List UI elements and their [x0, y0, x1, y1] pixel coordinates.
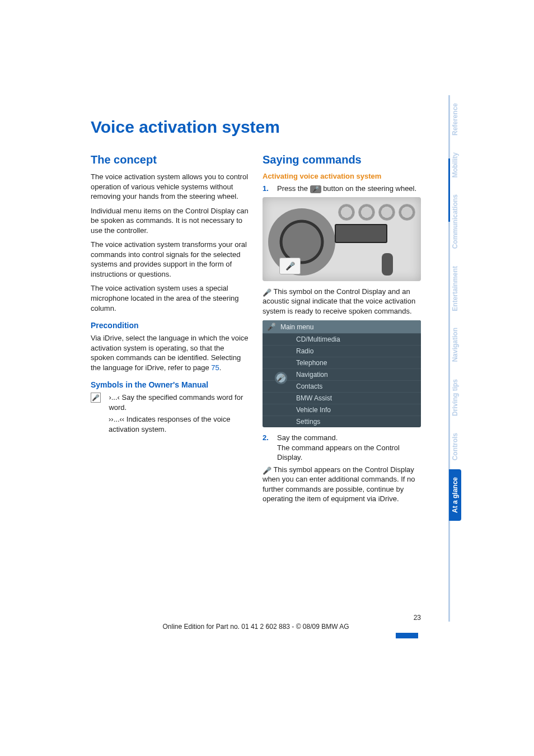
tab-at-a-glance[interactable]: At a glance [449, 469, 461, 521]
page-number: 23 [91, 614, 421, 622]
menu-item: Contacts [263, 380, 421, 392]
heading-saying-commands: Saying commands [263, 153, 421, 166]
section-tabs: Reference Mobility Communications Entert… [449, 95, 461, 521]
steering-wheel-icon [268, 208, 335, 276]
menu-item: Vehicle Info [263, 404, 421, 416]
heading-precondition: Precondition [91, 321, 249, 330]
precondition-text-a: Via iDrive, select the language in which… [91, 334, 249, 372]
menu-header: 🎤 Main menu [263, 320, 421, 333]
footer-line: Online Edition for Part no. 01 41 2 602 … [162, 623, 349, 631]
menu-item: BMW Assist [263, 392, 421, 404]
tab-mobility[interactable]: Mobility [449, 144, 461, 185]
step-1-num: 1. [263, 184, 273, 194]
page-title: Voice activation system [91, 118, 421, 137]
concept-p3: The voice activation system transforms y… [91, 240, 249, 279]
dashboard-figure: 🎤 [263, 197, 421, 281]
tab-communications[interactable]: Communications [449, 186, 461, 256]
precondition-text-b: . [219, 363, 222, 372]
center-screen-icon [335, 224, 387, 243]
tab-driving-tips[interactable]: Driving tips [449, 371, 461, 424]
menu-item: Radio [263, 345, 421, 357]
precondition-text: Via iDrive, select the language in which… [91, 333, 249, 372]
step-2-num: 2. [263, 433, 273, 463]
step-1b: button on the steering wheel. [321, 184, 417, 193]
page-link-75[interactable]: 75 [211, 363, 219, 372]
tail-text: 🎤 This symbol appears on the Control Dis… [263, 465, 421, 504]
concept-p4: The voice activation system uses a speci… [91, 283, 249, 313]
symbol-1-desc: Say the specified commands word for word… [109, 393, 243, 412]
symbol-1-mark: ›...‹ [109, 393, 120, 402]
heading-concept: The concept [91, 153, 249, 166]
menu-item-label: Navigation [296, 371, 328, 379]
tab-navigation[interactable]: Navigation [449, 320, 461, 370]
menu-item: 🎤 Navigation [263, 368, 421, 380]
menu-title: Main menu [280, 323, 313, 331]
concept-p1: The voice activation system allows you t… [91, 172, 249, 202]
voice-ready-icon: 🎤 [263, 288, 271, 296]
menu-item: Telephone [263, 357, 421, 368]
heading-activating: Activating voice activation system [263, 172, 421, 180]
column-right: Saying commands Activating voice activat… [263, 153, 421, 508]
symbol-row-1: 🎤 ›...‹ Say the specified commands word … [91, 393, 249, 412]
step-2a: Say the command. [277, 433, 338, 442]
step-1a: Press the [277, 184, 310, 193]
symbol-2-text: ››...‹‹ Indicates responses of the voice… [109, 414, 249, 434]
menu-voice-icon: 🎤 [267, 323, 276, 331]
tab-entertainment[interactable]: Entertainment [449, 258, 461, 319]
step-2b: The command appears on the Control Displ… [277, 444, 400, 462]
tail-text-body: This symbol appears on the Control Displ… [263, 465, 415, 503]
shifter-icon [382, 253, 393, 276]
step-1-text: Press the 🎤 button on the steering wheel… [277, 184, 416, 194]
symbol-2-desc: Indicates responses of the voice activat… [109, 415, 231, 433]
step-1: 1. Press the 🎤 button on the steering wh… [263, 184, 421, 194]
symbol-2-mark: ››...‹‹ [109, 415, 124, 423]
heading-symbols: Symbols in the Owner's Manual [91, 380, 249, 389]
menu-item: CD/Multimedia [263, 333, 421, 345]
step-2-text: Say the command. The command appears on … [277, 433, 421, 463]
concept-p2: Individual menu items on the Control Dis… [91, 206, 249, 236]
column-left: The concept The voice activation system … [91, 153, 249, 508]
tab-reference[interactable]: Reference [449, 95, 461, 143]
menu-item: Settings [263, 416, 421, 427]
ready-text: 🎤 This symbol on the Control Display and… [263, 287, 421, 316]
talk-button-callout-icon: 🎤 [279, 258, 301, 274]
symbol-row-2: ››...‹‹ Indicates responses of the voice… [91, 414, 249, 434]
voice-icon: 🎤 [91, 393, 101, 403]
symbol-1-text: ›...‹ Say the specified commands word fo… [109, 393, 249, 412]
footer-bar-icon [396, 633, 418, 638]
page-footer: 23 Online Edition for Part no. 01 41 2 6… [91, 614, 421, 638]
voice-more-icon: 🎤 [263, 466, 271, 474]
main-menu-figure: 🎤 Main menu CD/Multimedia Radio Telephon… [263, 320, 421, 427]
ready-text-body: This symbol on the Control Display and a… [263, 287, 415, 315]
vents-icon [338, 204, 415, 221]
step-2: 2. Say the command. The command appears … [263, 433, 421, 463]
talk-button-icon: 🎤 [310, 185, 321, 193]
tab-controls[interactable]: Controls [449, 425, 461, 468]
